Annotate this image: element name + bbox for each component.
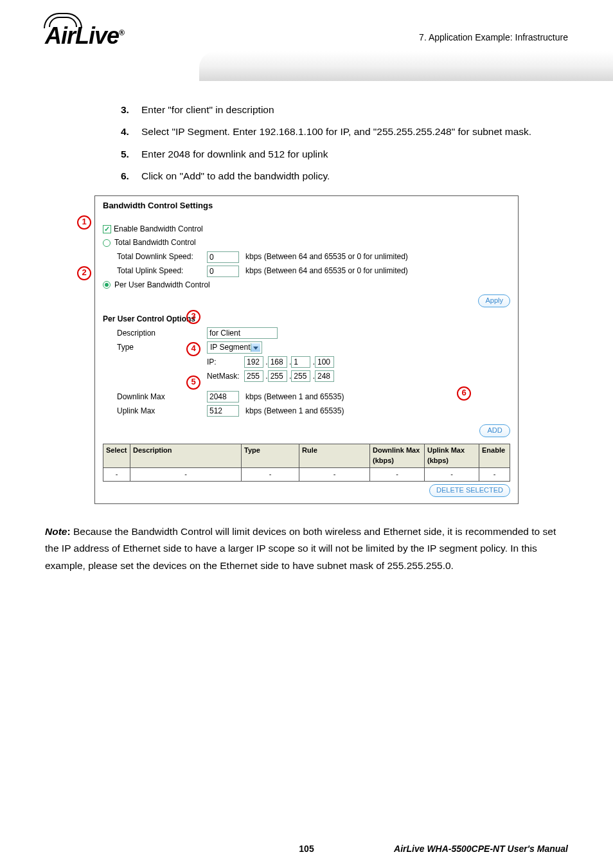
page-number: 105 bbox=[299, 844, 314, 854]
peruser-options-title: Per User Control Options bbox=[103, 314, 510, 325]
mask-octet-4[interactable]: 248 bbox=[315, 370, 334, 382]
th-downlink: Downlink Max (kbps) bbox=[370, 444, 425, 468]
downlink-max-row: Downlink Max 2048 kbps (Between 1 and 65… bbox=[103, 391, 510, 402]
note-paragraph: Note: Because the Bandwidth Control will… bbox=[45, 523, 568, 574]
step-item: 4. Select "IP Segment. Enter 192.168.1.1… bbox=[121, 125, 568, 139]
kbps-hint: kbps (Between 64 and 65535 or 0 for unli… bbox=[245, 251, 408, 262]
step-item: 5. Enter 2048 for downlink and 512 for u… bbox=[121, 147, 568, 161]
panel-title: Bandwidth Control Settings bbox=[103, 199, 510, 216]
instruction-steps: 3. Enter "for client" in description 4. … bbox=[45, 103, 568, 184]
annotation-circle-1: 1 bbox=[77, 215, 91, 230]
th-uplink: Uplink Max (kbps) bbox=[425, 444, 479, 468]
peruser-bw-label: Per User Bandwidth Control bbox=[114, 280, 210, 291]
th-description: Description bbox=[130, 444, 242, 468]
kbps-hint2: kbps (Between 1 and 65535) bbox=[245, 406, 344, 417]
page-header: AirLive® 7. Application Example: Infrast… bbox=[0, 0, 613, 77]
delete-selected-button[interactable]: DELETE SELECTED bbox=[429, 484, 510, 497]
logo-reg: ® bbox=[119, 28, 125, 37]
cell-rule: - bbox=[299, 468, 370, 482]
total-downlink-input[interactable]: 0 bbox=[207, 251, 239, 263]
total-downlink-label: Total Downlink Speed: bbox=[117, 251, 207, 262]
annotation-circle-5: 5 bbox=[186, 375, 200, 390]
step-number: 6. bbox=[121, 169, 141, 183]
step-item: 3. Enter "for client" in description bbox=[121, 103, 568, 117]
chapter-label: 7. Application Example: Infrastructure bbox=[419, 32, 568, 42]
netmask-label: NetMask: bbox=[207, 371, 244, 382]
step-number: 5. bbox=[121, 147, 141, 161]
downlink-max-label: Downlink Max bbox=[117, 392, 207, 402]
radio-peruser-bw[interactable] bbox=[103, 281, 111, 289]
table-row: - - - - - - - bbox=[103, 468, 510, 482]
header-stripe bbox=[199, 51, 613, 81]
total-downlink-row: Total Downlink Speed: 0 kbps (Between 64… bbox=[103, 251, 510, 263]
checkbox-enable-bw[interactable]: ✓ bbox=[103, 225, 111, 233]
th-select: Select bbox=[103, 444, 130, 468]
mask-octet-1[interactable]: 255 bbox=[244, 370, 263, 382]
ip-octet-3[interactable]: 1 bbox=[291, 356, 310, 368]
step-text: Select "IP Segment. Enter 192.168.1.100 … bbox=[141, 125, 568, 139]
ip-octet-4[interactable]: 100 bbox=[315, 356, 334, 368]
total-bw-row: Total Bandwidth Control bbox=[103, 237, 510, 248]
add-button[interactable]: ADD bbox=[479, 424, 510, 437]
uplink-max-label: Uplink Max bbox=[117, 406, 207, 417]
apply-button[interactable]: Apply bbox=[478, 294, 510, 307]
cell-select: - bbox=[103, 468, 130, 482]
cell-type: - bbox=[242, 468, 299, 482]
ip-row: IP: 192 . 168 . 1 . 100 bbox=[103, 356, 510, 368]
uplink-max-row: Uplink Max 512 kbps (Between 1 and 65535… bbox=[103, 405, 510, 417]
annotation-circle-3: 3 bbox=[186, 310, 200, 324]
note-label: Note bbox=[45, 526, 67, 537]
total-bw-label: Total Bandwidth Control bbox=[114, 237, 196, 248]
peruser-bw-row: Per User Bandwidth Control bbox=[103, 280, 510, 291]
cell-uplink: - bbox=[425, 468, 479, 482]
total-uplink-row: Total Uplink Speed: 0 kbps (Between 64 a… bbox=[103, 266, 510, 277]
kbps-hint: kbps (Between 64 and 65535 or 0 for unli… bbox=[245, 266, 408, 276]
policy-table: Select Description Type Rule Downlink Ma… bbox=[103, 444, 510, 482]
enable-bw-label: Enable Bandwidth Control bbox=[114, 224, 203, 235]
uplink-max-input[interactable]: 512 bbox=[207, 405, 239, 417]
ip-octet-1[interactable]: 192 bbox=[244, 356, 263, 368]
th-enable: Enable bbox=[479, 444, 510, 468]
enable-bw-row: ✓ Enable Bandwidth Control bbox=[103, 224, 510, 235]
embedded-screenshot: 1 2 3 4 5 6 Bandwidth Control Settings ✓… bbox=[94, 195, 519, 504]
th-rule: Rule bbox=[299, 444, 370, 468]
annotation-circle-4: 4 bbox=[186, 342, 200, 356]
chevron-down-icon bbox=[253, 347, 258, 350]
manual-title: AirLive WHA-5500CPE-NT User's Manual bbox=[394, 844, 568, 854]
netmask-row: NetMask: 255 . 255 . 255 . 248 bbox=[103, 370, 510, 382]
type-select-value: IP Segment bbox=[210, 342, 250, 353]
step-text: Enter 2048 for downlink and 512 for upli… bbox=[141, 147, 568, 161]
step-number: 3. bbox=[121, 103, 141, 117]
cell-description: - bbox=[130, 468, 242, 482]
step-item: 6. Click on "Add" to add the bandwidth p… bbox=[121, 169, 568, 183]
type-select[interactable]: IP Segment bbox=[207, 341, 262, 354]
step-text: Enter "for client" in description bbox=[141, 103, 568, 117]
cell-downlink: - bbox=[370, 468, 425, 482]
downlink-max-input[interactable]: 2048 bbox=[207, 391, 239, 402]
description-row: Description for Client bbox=[103, 327, 510, 339]
description-label: Description bbox=[117, 328, 207, 339]
ip-label: IP: bbox=[207, 357, 244, 368]
total-uplink-input[interactable]: 0 bbox=[207, 266, 239, 277]
ip-octet-2[interactable]: 168 bbox=[268, 356, 287, 368]
description-input[interactable]: for Client bbox=[207, 327, 278, 339]
kbps-hint2: kbps (Between 1 and 65535) bbox=[245, 392, 344, 402]
note-text: Because the Bandwidth Control will limit… bbox=[45, 526, 556, 571]
mask-octet-3[interactable]: 255 bbox=[291, 370, 310, 382]
brand-logo: AirLive® bbox=[45, 24, 125, 48]
th-type: Type bbox=[242, 444, 299, 468]
type-row: Type IP Segment bbox=[103, 341, 510, 354]
total-uplink-label: Total Uplink Speed: bbox=[117, 266, 207, 276]
step-number: 4. bbox=[121, 125, 141, 139]
cell-enable: - bbox=[479, 468, 510, 482]
radio-total-bw[interactable] bbox=[103, 239, 111, 247]
annotation-circle-6: 6 bbox=[457, 386, 471, 401]
mask-octet-2[interactable]: 255 bbox=[268, 370, 287, 382]
annotation-circle-2: 2 bbox=[77, 266, 91, 280]
step-text: Click on "Add" to add the bandwidth poli… bbox=[141, 169, 568, 183]
